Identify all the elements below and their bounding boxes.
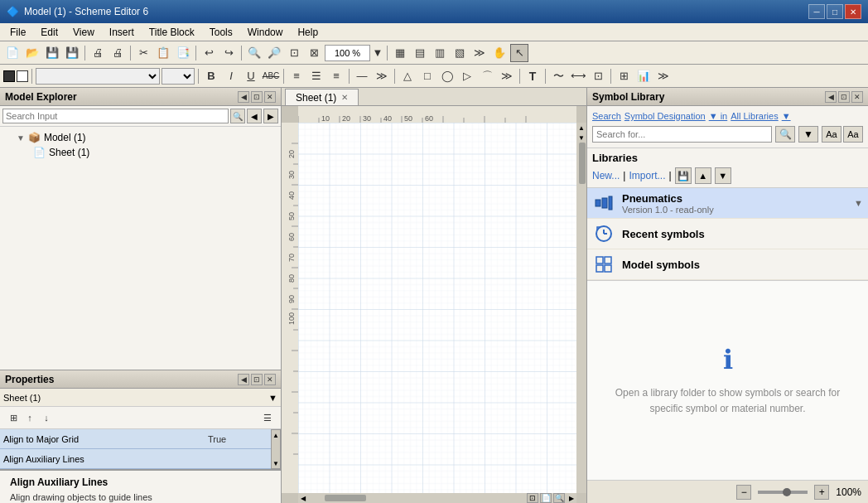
lib-new-link[interactable]: New... bbox=[592, 170, 620, 181]
sheet-fit-btn[interactable]: ⊡ bbox=[527, 493, 538, 503]
color-swatch-a[interactable] bbox=[3, 70, 15, 82]
btn-underline[interactable]: U bbox=[242, 67, 260, 85]
sym-float-btn[interactable]: ⊡ bbox=[838, 91, 850, 103]
sheet-scrollbar-horizontal[interactable]: ◀ ⊡ 📄 🔍 ▶ bbox=[298, 493, 576, 503]
zoom-dropdown[interactable]: ▼ bbox=[372, 44, 383, 62]
menu-view[interactable]: View bbox=[66, 25, 101, 40]
lib-import-link[interactable]: Import... bbox=[629, 170, 665, 181]
search-nav-next[interactable]: ▶ bbox=[263, 109, 278, 123]
btn-more-shapes[interactable]: ≫ bbox=[498, 67, 516, 85]
search-input[interactable] bbox=[2, 109, 229, 123]
btn-text[interactable]: T bbox=[523, 67, 542, 85]
btn-open[interactable]: 📂 bbox=[23, 44, 41, 62]
search-type-dropdown[interactable]: Symbol Designation bbox=[624, 111, 706, 121]
btn-align-center[interactable]: ☰ bbox=[307, 67, 326, 85]
btn-copy[interactable]: 📋 bbox=[154, 44, 172, 62]
btn-more-format[interactable]: ≫ bbox=[373, 67, 391, 85]
sym-search-dropdown-btn[interactable]: ▼ bbox=[798, 126, 818, 143]
btn-new[interactable]: 📄 bbox=[3, 44, 22, 62]
btn-line-style[interactable]: — bbox=[353, 67, 371, 85]
btn-view2[interactable]: ▥ bbox=[431, 44, 449, 62]
menu-edit[interactable]: Edit bbox=[34, 25, 65, 40]
prop-scroll-down[interactable]: ▼ bbox=[272, 458, 280, 468]
search-in-dropdown[interactable]: All Libraries bbox=[731, 111, 778, 121]
btn-more[interactable]: ≫ bbox=[470, 44, 489, 62]
btn-print-preview[interactable]: 🖨 bbox=[89, 44, 107, 62]
scroll-h-thumb[interactable] bbox=[325, 495, 366, 501]
font-size-selector[interactable] bbox=[162, 68, 195, 85]
btn-more-draw[interactable]: ⊡ bbox=[589, 67, 607, 85]
tree-root[interactable]: ▼ 📦 Model (1) bbox=[3, 130, 277, 145]
btn-cut[interactable]: ✂ bbox=[134, 44, 152, 62]
maximize-button[interactable]: □ bbox=[827, 4, 843, 19]
prop-scroll-up[interactable]: ▲ bbox=[272, 430, 280, 440]
explorer-close-btn[interactable]: ✕ bbox=[264, 91, 276, 103]
sym-zoom-in-btn[interactable]: + bbox=[814, 485, 829, 500]
btn-bold[interactable]: B bbox=[202, 67, 220, 85]
scroll-v-down[interactable]: ▼ bbox=[576, 133, 586, 143]
font-name-selector[interactable] bbox=[36, 68, 160, 85]
btn-save-all[interactable]: 💾 bbox=[63, 44, 81, 62]
scroll-h-right[interactable]: ▶ bbox=[567, 493, 576, 503]
btn-zoom-window[interactable]: ⊠ bbox=[305, 44, 323, 62]
explorer-float-btn[interactable]: ⊡ bbox=[251, 91, 263, 103]
scroll-h-left[interactable]: ◀ bbox=[298, 493, 308, 503]
sheet-zoom-btn[interactable]: 🔍 bbox=[553, 493, 565, 503]
btn-hand[interactable]: ✋ bbox=[490, 44, 509, 62]
sheet-canvas[interactable] bbox=[298, 123, 576, 493]
sym-pin-btn[interactable]: ◀ bbox=[825, 91, 837, 103]
sym-zoom-out-btn[interactable]: − bbox=[736, 485, 751, 500]
search-go-btn[interactable]: 🔍 bbox=[230, 109, 245, 123]
menu-titleblock[interactable]: Title Block bbox=[142, 25, 201, 40]
prop-align-aux-row[interactable]: Align Auxiliary Lines bbox=[0, 449, 271, 469]
library-item-pneumatics[interactable]: Pneumatics Version 1.0 - read-only ▼ bbox=[587, 188, 868, 219]
tree-sheet[interactable]: 📄 Sheet (1) bbox=[3, 145, 277, 160]
btn-wave[interactable]: 〜 bbox=[549, 67, 567, 85]
btn-zoom-out[interactable]: 🔎 bbox=[265, 44, 283, 62]
btn-shape3[interactable]: ◯ bbox=[438, 67, 456, 85]
btn-more3[interactable]: ≫ bbox=[654, 67, 673, 85]
minimize-button[interactable]: ─ bbox=[808, 4, 825, 19]
btn-save[interactable]: 💾 bbox=[43, 44, 61, 62]
prop-icon1[interactable]: ⊞ bbox=[5, 409, 22, 426]
zoom-input[interactable]: 100 % bbox=[325, 45, 370, 61]
prop-align-grid-row[interactable]: Align to Major Grid True bbox=[0, 429, 271, 449]
btn-chart[interactable]: 📊 bbox=[634, 67, 653, 85]
lib-save-btn[interactable]: 💾 bbox=[675, 167, 692, 184]
btn-zoom-in[interactable]: 🔍 bbox=[245, 44, 263, 62]
menu-help[interactable]: Help bbox=[291, 25, 325, 40]
btn-redo[interactable]: ↪ bbox=[219, 44, 238, 62]
sym-search-input[interactable] bbox=[592, 126, 772, 143]
pneumatics-expand[interactable]: ▼ bbox=[854, 198, 863, 208]
library-item-model[interactable]: Model symbols bbox=[587, 249, 868, 280]
btn-shape2[interactable]: □ bbox=[418, 67, 436, 85]
menu-tools[interactable]: Tools bbox=[203, 25, 239, 40]
btn-shape5[interactable]: ⌒ bbox=[478, 67, 496, 85]
lib-down-btn[interactable]: ▼ bbox=[715, 167, 731, 184]
prop-close-btn[interactable]: ✕ bbox=[264, 374, 276, 385]
library-item-recent[interactable]: Recent symbols bbox=[587, 219, 868, 249]
color-swatch[interactable] bbox=[17, 70, 28, 82]
sym-search-go[interactable]: 🔍 bbox=[775, 126, 795, 143]
btn-align-left[interactable]: ≡ bbox=[287, 67, 306, 85]
sheet-tab-1[interactable]: Sheet (1) ✕ bbox=[285, 89, 359, 105]
btn-undo[interactable]: ↩ bbox=[200, 44, 218, 62]
btn-view1[interactable]: ▤ bbox=[411, 44, 429, 62]
sym-close-btn[interactable]: ✕ bbox=[851, 91, 863, 103]
sheet-page-btn[interactable]: 📄 bbox=[540, 493, 552, 503]
menu-insert[interactable]: Insert bbox=[103, 25, 141, 40]
sym-font-normal[interactable]: Aa bbox=[822, 126, 841, 143]
sym-zoom-thumb[interactable] bbox=[783, 488, 791, 496]
sym-zoom-slider[interactable] bbox=[758, 491, 808, 494]
btn-grid-toggle[interactable]: ▦ bbox=[391, 44, 409, 62]
prop-float-btn[interactable]: ⊡ bbox=[251, 374, 263, 385]
sym-font-large[interactable]: Aa bbox=[843, 126, 863, 143]
btn-select[interactable]: ↖ bbox=[510, 44, 528, 62]
btn-align-right[interactable]: ≡ bbox=[327, 67, 345, 85]
prop-sort-desc[interactable]: ↓ bbox=[38, 409, 55, 426]
prop-pin-btn[interactable]: ◀ bbox=[238, 374, 249, 385]
menu-file[interactable]: File bbox=[3, 25, 32, 40]
btn-shape4[interactable]: ▷ bbox=[458, 67, 476, 85]
sheet-scrollbar-vertical[interactable]: ▲ ▼ bbox=[576, 123, 586, 493]
sheet-selector[interactable]: Sheet (1) ▼ bbox=[0, 389, 281, 407]
